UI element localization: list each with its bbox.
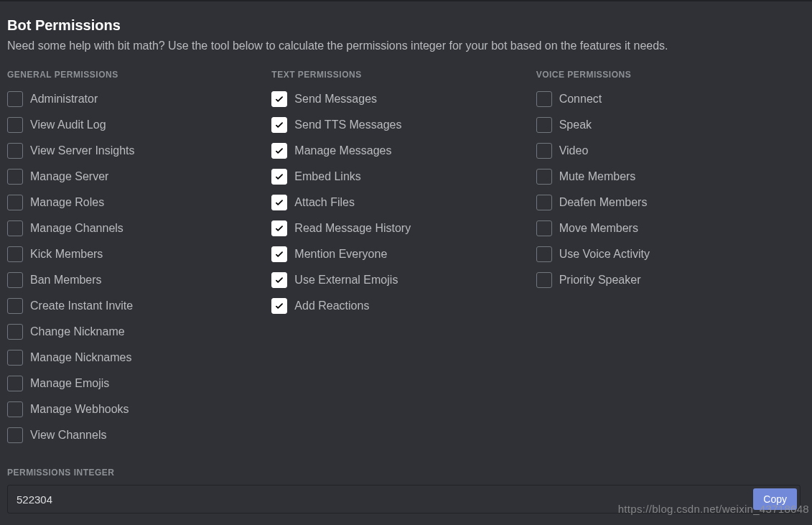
- permission-checkbox-row[interactable]: Send Messages: [271, 91, 536, 107]
- checkbox[interactable]: [271, 195, 287, 210]
- checkbox-label: Administrator: [30, 93, 98, 106]
- voice-permissions-list: ConnectSpeakVideoMute MembersDeafen Memb…: [536, 91, 801, 288]
- checkbox-label: Kick Members: [30, 248, 103, 261]
- general-permissions-header: GENERAL PERMISSIONS: [7, 70, 271, 80]
- permission-checkbox-row[interactable]: Read Message History: [271, 220, 536, 236]
- checkbox[interactable]: [7, 117, 23, 133]
- permissions-integer-header: PERMISSIONS INTEGER: [7, 468, 801, 478]
- page-subtitle: Need some help with bit math? Use the to…: [7, 40, 801, 52]
- permission-checkbox-row[interactable]: Use External Emojis: [271, 272, 536, 288]
- permission-checkbox-row[interactable]: Attach Files: [271, 195, 536, 210]
- checkbox[interactable]: [7, 298, 23, 314]
- general-permissions-list: AdministratorView Audit LogView Server I…: [7, 91, 271, 443]
- checkbox[interactable]: [536, 143, 552, 159]
- checkbox[interactable]: [7, 427, 23, 443]
- checkbox-label: Use External Emojis: [294, 274, 398, 287]
- checkbox-label: Video: [559, 144, 589, 157]
- checkbox[interactable]: [7, 324, 23, 340]
- checkbox-label: Manage Server: [30, 170, 108, 183]
- checkbox-label: Connect: [559, 93, 602, 106]
- checkbox[interactable]: [7, 272, 23, 288]
- checkbox[interactable]: [271, 91, 287, 107]
- checkbox[interactable]: [7, 376, 23, 391]
- permission-checkbox-row[interactable]: Mute Members: [536, 169, 801, 185]
- checkbox[interactable]: [536, 117, 552, 133]
- checkbox-label: Change Nickname: [30, 325, 125, 338]
- checkbox-label: Manage Nicknames: [30, 351, 131, 364]
- checkbox[interactable]: [271, 272, 287, 288]
- checkbox[interactable]: [271, 246, 287, 262]
- permission-checkbox-row[interactable]: Use Voice Activity: [536, 246, 801, 262]
- permission-checkbox-row[interactable]: Send TTS Messages: [271, 117, 536, 133]
- permission-checkbox-row[interactable]: View Server Insights: [7, 143, 271, 159]
- checkbox-label: Mute Members: [559, 170, 636, 183]
- checkbox[interactable]: [7, 195, 23, 210]
- checkbox-label: Priority Speaker: [559, 274, 641, 287]
- checkbox[interactable]: [536, 220, 552, 236]
- checkbox[interactable]: [271, 143, 287, 159]
- checkbox[interactable]: [536, 91, 552, 107]
- permission-checkbox-row[interactable]: Manage Webhooks: [7, 401, 271, 417]
- checkbox[interactable]: [536, 272, 552, 288]
- permission-checkbox-row[interactable]: Manage Channels: [7, 220, 271, 236]
- permission-checkbox-row[interactable]: Priority Speaker: [536, 272, 801, 288]
- permission-checkbox-row[interactable]: Manage Nicknames: [7, 350, 271, 366]
- text-permissions-column: TEXT PERMISSIONS Send MessagesSend TTS M…: [271, 70, 536, 453]
- checkbox[interactable]: [7, 143, 23, 159]
- checkbox[interactable]: [536, 169, 552, 185]
- checkbox-label: Send TTS Messages: [294, 119, 401, 131]
- checkbox[interactable]: [271, 169, 287, 185]
- checkbox[interactable]: [536, 195, 552, 210]
- checkbox[interactable]: [7, 350, 23, 366]
- voice-permissions-column: VOICE PERMISSIONS ConnectSpeakVideoMute …: [536, 70, 801, 453]
- permission-checkbox-row[interactable]: Manage Roles: [7, 195, 271, 210]
- checkbox[interactable]: [271, 298, 287, 314]
- permission-checkbox-row[interactable]: Change Nickname: [7, 324, 271, 340]
- page-title: Bot Permissions: [7, 17, 801, 34]
- checkbox-label: View Audit Log: [30, 119, 106, 131]
- permission-checkbox-row[interactable]: Manage Server: [7, 169, 271, 185]
- checkbox-label: Ban Members: [30, 274, 102, 287]
- checkbox[interactable]: [7, 91, 23, 107]
- permission-checkbox-row[interactable]: Move Members: [536, 220, 801, 236]
- permission-checkbox-row[interactable]: Manage Emojis: [7, 376, 271, 391]
- checkbox-label: Read Message History: [294, 222, 411, 235]
- permission-checkbox-row[interactable]: Embed Links: [271, 169, 536, 185]
- permission-checkbox-row[interactable]: Video: [536, 143, 801, 159]
- permission-checkbox-row[interactable]: View Audit Log: [7, 117, 271, 133]
- permission-checkbox-row[interactable]: Create Instant Invite: [7, 298, 271, 314]
- checkbox[interactable]: [7, 401, 23, 417]
- checkbox[interactable]: [536, 246, 552, 262]
- permission-checkbox-row[interactable]: Manage Messages: [271, 143, 536, 159]
- permission-checkbox-row[interactable]: Connect: [536, 91, 801, 107]
- permission-checkbox-row[interactable]: View Channels: [7, 427, 271, 443]
- checkbox-label: Manage Channels: [30, 222, 123, 235]
- permission-checkbox-row[interactable]: Deafen Members: [536, 195, 801, 210]
- watermark: https://blog.csdn.net/weixin_43718648: [618, 503, 809, 515]
- permission-columns: GENERAL PERMISSIONS AdministratorView Au…: [7, 70, 801, 453]
- checkbox-label: Mention Everyone: [294, 248, 387, 261]
- main-container: Bot Permissions Need some help with bit …: [0, 1, 812, 525]
- permission-checkbox-row[interactable]: Kick Members: [7, 246, 271, 262]
- permission-checkbox-row[interactable]: Speak: [536, 117, 801, 133]
- permission-checkbox-row[interactable]: Ban Members: [7, 272, 271, 288]
- checkbox-label: Manage Webhooks: [30, 403, 129, 416]
- checkbox[interactable]: [7, 220, 23, 236]
- checkbox[interactable]: [271, 220, 287, 236]
- checkbox-label: Speak: [559, 119, 592, 131]
- checkbox-label: Attach Files: [294, 196, 355, 209]
- checkbox-label: Manage Roles: [30, 196, 104, 209]
- checkbox-label: Create Instant Invite: [30, 299, 133, 312]
- general-permissions-column: GENERAL PERMISSIONS AdministratorView Au…: [7, 70, 271, 453]
- checkbox[interactable]: [271, 117, 287, 133]
- permission-checkbox-row[interactable]: Administrator: [7, 91, 271, 107]
- checkbox-label: Move Members: [559, 222, 638, 235]
- checkbox[interactable]: [7, 169, 23, 185]
- permission-checkbox-row[interactable]: Add Reactions: [271, 298, 536, 314]
- permission-checkbox-row[interactable]: Mention Everyone: [271, 246, 536, 262]
- checkbox-label: Deafen Members: [559, 196, 648, 209]
- text-permissions-list: Send MessagesSend TTS MessagesManage Mes…: [271, 91, 536, 314]
- checkbox[interactable]: [7, 246, 23, 262]
- checkbox-label: Add Reactions: [294, 299, 369, 312]
- checkbox-label: Manage Emojis: [30, 377, 109, 390]
